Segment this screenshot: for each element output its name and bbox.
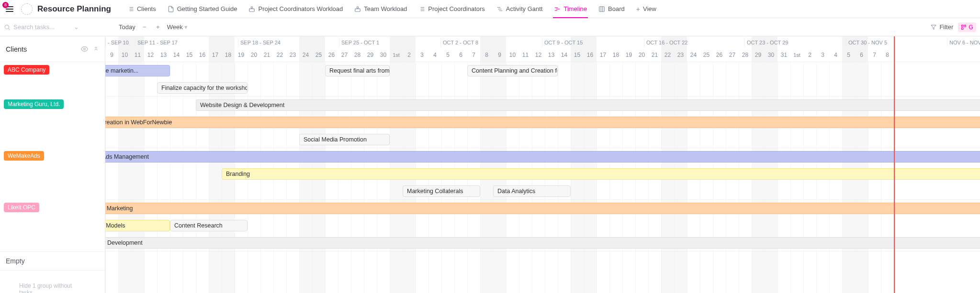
hide-groups-message[interactable]: Hide 1 group without tasks	[0, 271, 105, 293]
zoom-in-button[interactable]: +	[154, 23, 162, 31]
task-bar[interactable]: nalize the marketin...	[105, 65, 170, 76]
day-label: 23	[286, 48, 299, 62]
view-tabs: ClientsGetting Started GuideProject Coor…	[123, 0, 661, 18]
tab-coord-workload[interactable]: Project Coordinators Workload	[244, 0, 348, 18]
sidebar: Clients ABC CompanyMarketing Guru, Ltd.W…	[0, 36, 105, 293]
empty-group[interactable]: Empty	[0, 251, 105, 271]
toolbar: ⌄ Today − + Week ▾ Filter G	[0, 18, 980, 36]
page-title: Resource Planning	[37, 4, 111, 14]
filter-icon	[931, 24, 936, 30]
task-bar[interactable]: Social Media Promotion	[299, 134, 390, 145]
week-label: OCT 16 - OCT 22	[644, 38, 687, 47]
day-label: 8	[881, 48, 894, 62]
task-bar[interactable]: Moment Marketing	[105, 203, 980, 214]
day-label: 15	[571, 48, 584, 62]
timeline-body[interactable]: nalize the marketin...Request final arts…	[105, 62, 980, 293]
day-label: 18	[609, 48, 622, 62]
task-bar[interactable]: Finalize capacity for the workshop	[157, 82, 248, 94]
group-likeit[interactable]: LikeIt OPC	[0, 200, 105, 251]
main: Clients ABC CompanyMarketing Guru, Ltd.W…	[0, 36, 980, 293]
day-label: 24	[299, 48, 312, 62]
day-label: 9	[105, 48, 118, 62]
app-header: 8 Resource Planning ClientsGetting Start…	[0, 0, 980, 18]
today-button[interactable]: Today	[119, 23, 135, 31]
week-label: SEP 25 - OCT 1	[339, 38, 379, 47]
day-label: 30	[765, 48, 777, 62]
group-tag: WeMakeAds	[4, 151, 44, 161]
svg-rect-6	[249, 9, 255, 11]
tab-getting-started[interactable]: Getting Started Guide	[163, 0, 242, 18]
day-label: 21	[260, 48, 273, 62]
day-label: 11	[519, 48, 532, 62]
day-label: 1st	[790, 48, 803, 62]
group-button[interactable]: G	[958, 22, 976, 32]
day-label: 29	[364, 48, 377, 62]
menu-badge: 8	[2, 2, 9, 8]
group-by-header[interactable]: Clients	[0, 36, 105, 62]
task-bar[interactable]: Content Models	[105, 220, 170, 231]
task-bar[interactable]: Article creation in WebForNewbie	[105, 117, 980, 128]
search-box[interactable]: ⌄	[4, 23, 100, 31]
group-wma[interactable]: WeMakeAds	[0, 148, 105, 200]
task-bar[interactable]: Website Design & Development	[196, 99, 980, 111]
task-bar[interactable]: Request final arts from...	[325, 65, 390, 76]
task-bar[interactable]: Content Research	[170, 220, 248, 231]
day-label: 15	[183, 48, 196, 62]
group-tag: ABC Company	[4, 65, 49, 75]
day-label: 17	[209, 48, 222, 62]
task-bar[interactable]: Strategy Development	[105, 237, 980, 249]
menu-button[interactable]: 8	[4, 3, 15, 15]
day-label: 5	[441, 48, 454, 62]
add-view-button[interactable]: +View	[631, 0, 661, 18]
day-label: 28	[739, 48, 752, 62]
svg-point-28	[84, 48, 86, 50]
task-bar[interactable]: Marketing Collaterals	[403, 185, 480, 197]
svg-rect-27	[962, 28, 964, 30]
day-label: 29	[752, 48, 765, 62]
day-label: 14	[558, 48, 571, 62]
tab-coordinators[interactable]: Project Coordinators	[414, 0, 490, 18]
task-bar[interactable]: Content Planning and Creation fo...	[467, 65, 558, 76]
tab-board[interactable]: Board	[594, 0, 630, 18]
week-label: OCT 2 - OCT 8	[440, 38, 478, 47]
chevron-down-icon[interactable]: ⌄	[74, 23, 79, 31]
day-label: 5	[842, 48, 855, 62]
space-icon	[21, 3, 33, 15]
tab-activity-gantt[interactable]: Activity Gantt	[492, 0, 548, 18]
day-label: 19	[622, 48, 635, 62]
timeline-area[interactable]: - SEP 10SEP 11 - SEP 17SEP 18 - SEP 24SE…	[105, 36, 980, 293]
group-tag: LikeIt OPC	[4, 203, 39, 212]
day-label: 31	[777, 48, 790, 62]
day-label: 28	[351, 48, 364, 62]
group-abc[interactable]: ABC Company	[0, 62, 105, 97]
task-bar[interactable]: Data Analytics	[493, 185, 571, 197]
task-bar[interactable]: Online Ads Management	[105, 151, 980, 163]
day-label: 25	[700, 48, 713, 62]
day-label: 12	[144, 48, 157, 62]
tab-team-workload[interactable]: Team Workload	[349, 0, 412, 18]
day-label: 10	[506, 48, 519, 62]
day-label: 7	[868, 48, 881, 62]
day-label: 14	[170, 48, 183, 62]
day-label: 20	[248, 48, 260, 62]
search-input[interactable]	[13, 23, 71, 31]
day-label: 16	[196, 48, 209, 62]
group-mg[interactable]: Marketing Guru, Ltd.	[0, 97, 105, 148]
search-icon	[4, 24, 11, 31]
day-label: 24	[687, 48, 700, 62]
day-label: 18	[222, 48, 235, 62]
visibility-icon[interactable]	[81, 45, 88, 53]
week-label: OCT 30 - NOV 5	[846, 38, 887, 47]
day-label: 4	[428, 48, 441, 62]
zoom-select[interactable]: Week ▾	[167, 23, 188, 31]
day-label: 23	[674, 48, 687, 62]
svg-rect-25	[962, 25, 964, 27]
task-bar[interactable]: Branding	[222, 168, 980, 180]
filter-button[interactable]: Filter	[931, 23, 953, 31]
tab-clients[interactable]: Clients	[123, 0, 161, 18]
day-label: 20	[635, 48, 648, 62]
day-label: 2	[803, 48, 816, 62]
zoom-out-button[interactable]: −	[140, 23, 149, 31]
tab-timeline[interactable]: Timeline	[549, 0, 592, 18]
collapse-icon[interactable]	[93, 45, 99, 52]
